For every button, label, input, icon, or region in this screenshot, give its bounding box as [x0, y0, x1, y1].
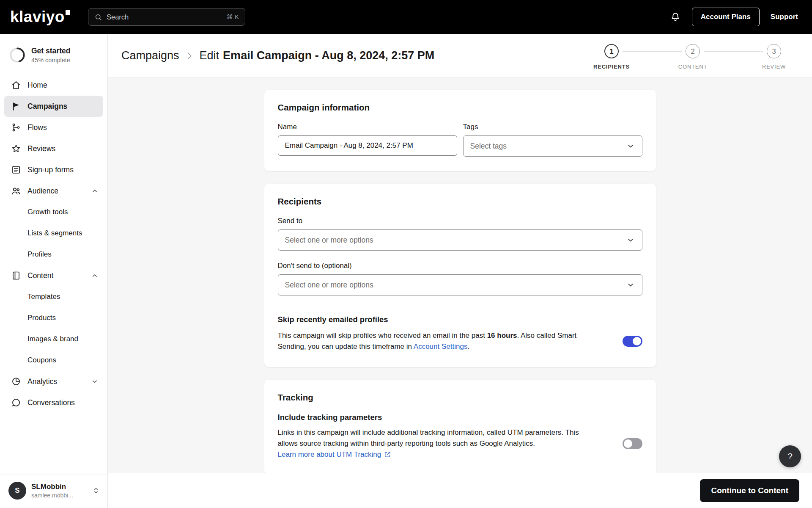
- help-button[interactable]: ?: [779, 445, 801, 467]
- sidebar-item-lists-segments[interactable]: Lists & segments: [4, 223, 103, 244]
- utm-tracking-link[interactable]: Learn more about UTM Tracking: [278, 450, 392, 458]
- sidebar-item-label: Sign-up forms: [27, 166, 74, 174]
- tags-select[interactable]: Select tags: [463, 135, 642, 157]
- sidebar-item-reviews[interactable]: Reviews: [4, 138, 103, 159]
- campaign-info-title: Campaign information: [278, 102, 642, 113]
- sidebar-item-label: Conversations: [27, 398, 75, 407]
- recipients-title: Recipients: [278, 196, 642, 207]
- page-header: Campaigns Edit Email Campaign - Aug 8, 2…: [108, 34, 812, 78]
- sidebar-item-label: Lists & segments: [27, 229, 82, 237]
- updown-icon: [91, 486, 101, 495]
- send-to-placeholder: Select one or more options: [285, 236, 373, 245]
- sidebar-item-campaigns[interactable]: Campaigns: [4, 96, 103, 117]
- sidebar-item-label: Products: [27, 314, 56, 322]
- topbar: klaviyo Search ⌘ K Account Plans Support: [0, 0, 812, 34]
- step-review[interactable]: 3REVIEW: [753, 44, 795, 70]
- get-started-progress: 45% complete: [31, 57, 70, 64]
- account-settings-link[interactable]: Account Settings: [414, 342, 468, 351]
- sidebar-item-label: Home: [27, 81, 47, 90]
- dont-send-to-label: Don't send to (optional): [278, 262, 642, 270]
- reviews-icon: [11, 144, 21, 154]
- sidebar-item-label: Growth tools: [27, 208, 68, 216]
- campaigns-icon: [11, 101, 21, 111]
- step-label: RECIPIENTS: [593, 64, 630, 70]
- tracking-subtitle: Include tracking parameters: [278, 413, 642, 422]
- chevron-down-icon: [626, 280, 635, 290]
- chevron-down-icon: [626, 235, 635, 245]
- avatar: S: [8, 482, 26, 500]
- sidebar-item-growth-tools[interactable]: Growth tools: [4, 202, 103, 223]
- sidebar-item-coupons[interactable]: Coupons: [4, 350, 103, 371]
- sidebar-item-sign-up-forms[interactable]: Sign-up forms: [4, 159, 103, 180]
- sidebar-item-flows[interactable]: Flows: [4, 117, 103, 138]
- recipients-card: Recipients Send to Select one or more op…: [264, 184, 656, 367]
- sidebar-item-label: Flows: [27, 123, 47, 132]
- sidebar-item-label: Images & brand: [27, 335, 78, 343]
- content-icon: [11, 271, 21, 281]
- send-to-label: Send to: [278, 217, 642, 225]
- campaign-name-value: Email Campaign - Aug 8, 2024, 2:57 PM: [285, 141, 413, 150]
- search-input[interactable]: Search ⌘ K: [88, 8, 245, 26]
- sidebar-item-profiles[interactable]: Profiles: [4, 244, 103, 265]
- sidebar-item-label: Audience: [27, 187, 58, 196]
- sidebar-item-products[interactable]: Products: [4, 307, 103, 329]
- dont-send-to-select[interactable]: Select one or more options: [278, 274, 642, 295]
- search-shortcut: ⌘ K: [227, 13, 239, 21]
- progress-ring-icon: [9, 47, 25, 63]
- user-email: samlee.mobbi...: [31, 492, 73, 499]
- get-started-title: Get started: [31, 47, 70, 55]
- step-number: 2: [686, 44, 700, 58]
- sidebar-item-templates[interactable]: Templates: [4, 286, 103, 307]
- breadcrumb-edit: Edit: [200, 49, 219, 62]
- skip-profiles-title: Skip recently emailed profiles: [278, 315, 642, 324]
- sidebar-item-label: Profiles: [27, 250, 52, 259]
- sidebar-item-label: Templates: [27, 293, 60, 301]
- continue-button[interactable]: Continue to Content: [700, 479, 799, 502]
- bell-icon[interactable]: [670, 11, 681, 22]
- flows-icon: [11, 122, 21, 133]
- sidebar-item-images-brand[interactable]: Images & brand: [4, 329, 103, 350]
- sidebar-nav: HomeCampaignsFlowsReviewsSign-up formsAu…: [0, 74, 107, 413]
- campaign-name-input[interactable]: Email Campaign - Aug 8, 2024, 2:57 PM: [278, 135, 457, 156]
- audience-icon: [11, 186, 21, 196]
- logo-flag-icon: [66, 10, 70, 15]
- dont-send-to-placeholder: Select one or more options: [285, 281, 373, 290]
- klaviyo-logo[interactable]: klaviyo: [10, 8, 70, 26]
- tags-placeholder: Select tags: [470, 142, 507, 151]
- tracking-title: Tracking: [278, 392, 642, 403]
- step-label: REVIEW: [762, 64, 786, 70]
- sidebar-item-audience[interactable]: Audience: [4, 180, 103, 202]
- sidebar-item-home[interactable]: Home: [4, 75, 103, 96]
- account-plans-button[interactable]: Account Plans: [692, 8, 760, 26]
- sidebar-item-analytics[interactable]: Analytics: [4, 371, 103, 392]
- sidebar-item-label: Reviews: [27, 144, 55, 153]
- chevron-up-icon: [91, 271, 99, 280]
- campaign-info-card: Campaign information Name Email Campaign…: [264, 90, 656, 171]
- user-menu[interactable]: S SLMobbin samlee.mobbi...: [0, 475, 107, 508]
- signup-forms-icon: [11, 165, 21, 175]
- step-label: CONTENT: [678, 64, 707, 70]
- breadcrumb: Campaigns Edit Email Campaign - Aug 8, 2…: [121, 49, 434, 62]
- footer-bar: Continue to Content: [108, 473, 812, 508]
- home-icon: [11, 80, 21, 90]
- step-content[interactable]: 2CONTENT: [672, 44, 714, 70]
- tags-label: Tags: [463, 123, 642, 131]
- user-name: SLMobbin: [31, 483, 73, 491]
- content: Campaign information Name Email Campaign…: [108, 78, 812, 473]
- search-placeholder: Search: [107, 13, 129, 21]
- sidebar: Get started 45% complete HomeCampaignsFl…: [0, 34, 108, 508]
- analytics-icon: [11, 376, 21, 387]
- smart-sending-description: This campaign will skip profiles who rec…: [278, 330, 582, 353]
- sidebar-item-label: Content: [27, 271, 53, 280]
- get-started[interactable]: Get started 45% complete: [0, 34, 107, 74]
- sidebar-item-conversations[interactable]: Conversations: [4, 392, 103, 413]
- support-link[interactable]: Support: [771, 13, 798, 21]
- sidebar-item-content[interactable]: Content: [4, 265, 103, 286]
- main: Campaigns Edit Email Campaign - Aug 8, 2…: [108, 34, 812, 508]
- topbar-right: Account Plans Support: [670, 8, 798, 26]
- breadcrumb-campaigns[interactable]: Campaigns: [121, 49, 179, 62]
- send-to-select[interactable]: Select one or more options: [278, 229, 642, 251]
- tracking-toggle[interactable]: [623, 438, 642, 449]
- step-recipients[interactable]: 1RECIPIENTS: [590, 44, 633, 70]
- smart-sending-toggle[interactable]: [623, 336, 642, 347]
